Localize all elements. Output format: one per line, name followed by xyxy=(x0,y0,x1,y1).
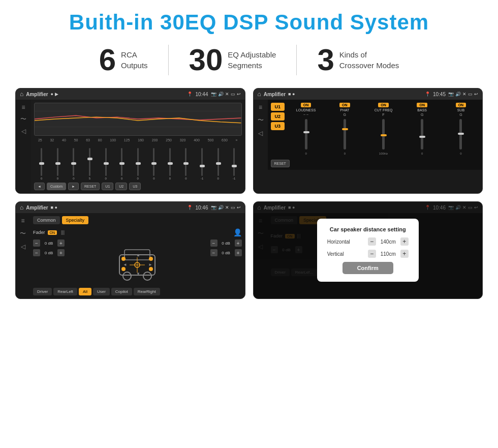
speaker-buttons: Driver RearLeft All User Copilot RearRig… xyxy=(33,288,242,295)
tab-specialty[interactable]: Specialty xyxy=(62,216,89,224)
btn-copilot[interactable]: Copilot xyxy=(111,288,132,295)
u1-btn-2[interactable]: U1 xyxy=(271,103,285,111)
vol-row-rr: − 0 dB + xyxy=(210,249,242,256)
stat-number-3: 3 xyxy=(317,45,334,75)
spk-icon-b: 〜 xyxy=(20,229,26,238)
dialog-title: Car speaker distance setting xyxy=(327,226,409,232)
main-title: Buith-in 30EQ DSP Sound System xyxy=(15,10,483,35)
dialog-row-horizontal: Horizontal − 140cm + xyxy=(327,237,409,246)
screen-distance: ⌂ Amplifier ■ ● 📍 10:46 📷 🔊 ✕ ▭ ↩ ≡ 〜 xyxy=(253,201,483,299)
svg-text:▲: ▲ xyxy=(136,253,140,257)
android-bar-1: ⌂ Amplifier ● ▶ 📍 10:44 📷 🔊 ✕ ▭ ↩ xyxy=(16,88,245,100)
dialog-minus-horizontal[interactable]: − xyxy=(368,237,376,246)
reset-btn-1[interactable]: RESET xyxy=(81,183,100,190)
dialog-minus-vertical[interactable]: − xyxy=(368,250,376,258)
dot-icons-3: ■ ● xyxy=(51,205,57,210)
custom-btn[interactable]: Custom xyxy=(47,183,66,190)
u1-btn-1[interactable]: U1 xyxy=(102,183,113,190)
dialog-value-horizontal: 140cm xyxy=(378,239,398,245)
eq-slider-9: 0 xyxy=(178,148,194,180)
vol-minus-rr[interactable]: − xyxy=(210,249,217,256)
dialog-label-vertical: Vertical xyxy=(327,251,344,257)
cross-loudness: ON LOUDNESS ~~ 0 xyxy=(288,103,324,155)
crossover-grid: ON LOUDNESS ~~ 0 xyxy=(288,103,479,155)
speaker-screen-content: ≡ 〜 ◁ Common Specialty Fader ON ||| xyxy=(16,213,245,298)
svg-point-5 xyxy=(123,272,131,280)
speaker-sidebar: ≡ 〜 ◁ xyxy=(16,213,30,298)
btn-user[interactable]: User xyxy=(93,288,110,295)
location-icon-3: 📍 xyxy=(187,205,193,210)
svg-text:◄: ◄ xyxy=(123,262,127,267)
eq-slider-7: 0 xyxy=(146,148,162,180)
tab-common[interactable]: Common xyxy=(33,216,60,224)
play-btn[interactable]: ► xyxy=(68,183,79,190)
time-1: 10:44 xyxy=(195,92,208,97)
btn-all[interactable]: All xyxy=(79,288,91,295)
eq-slider-8: 0 xyxy=(163,148,178,180)
speaker-main-content: Common Specialty Fader ON ||| 👤 xyxy=(30,213,245,298)
vol-val-rl: 0 dB xyxy=(42,251,56,255)
app-name-2: Amplifier xyxy=(264,92,286,97)
dot-icons-1: ● ▶ xyxy=(51,92,58,97)
btn-rearright[interactable]: RearRight xyxy=(134,288,160,295)
speaker-distance-dialog: Car speaker distance setting Horizontal … xyxy=(317,219,419,282)
eq-sidebar-icon-3: ◁ xyxy=(21,128,26,135)
vol-row-fr: − 0 dB + xyxy=(210,240,242,247)
dialog-plus-horizontal[interactable]: + xyxy=(400,237,409,246)
screens-grid: ⌂ Amplifier ● ▶ 📍 10:44 📷 🔊 ✕ ▭ ↩ ≡ 〜 xyxy=(15,88,483,299)
eq-slider-3: 5 xyxy=(82,148,98,180)
u2-btn-2[interactable]: U2 xyxy=(271,112,285,121)
u3-btn-1[interactable]: U3 xyxy=(129,183,141,190)
svg-point-10 xyxy=(149,267,153,271)
speaker-layout: − 0 dB + − 0 dB + xyxy=(33,240,242,285)
app-name-1: Amplifier xyxy=(26,92,48,97)
vol-plus-fr[interactable]: + xyxy=(235,240,242,247)
vol-minus-fl[interactable]: − xyxy=(33,240,40,247)
vol-plus-rl[interactable]: + xyxy=(57,249,65,256)
reset-btn-2[interactable]: RESET xyxy=(271,160,290,167)
home-icon-2: ⌂ xyxy=(258,91,261,98)
dialog-control-vertical: − 110cm + xyxy=(368,250,409,258)
home-icon-3: ⌂ xyxy=(20,204,23,211)
stats-row: 6 RCA Outputs 30 EQ Adjustable Segments … xyxy=(15,45,483,75)
btn-rearleft[interactable]: RearLeft xyxy=(53,288,77,295)
dialog-plus-vertical[interactable]: + xyxy=(400,250,409,258)
eq-slider-11: 0 xyxy=(210,148,226,180)
vol-minus-rl[interactable]: − xyxy=(33,249,40,256)
svg-point-7 xyxy=(121,257,126,261)
bar-icons-1: 📷 🔊 ✕ ▭ ↩ xyxy=(211,92,241,97)
amp-icon-2b: 〜 xyxy=(258,116,264,125)
u3-btn-2[interactable]: U3 xyxy=(271,122,285,130)
vol-minus-fr[interactable]: − xyxy=(210,240,217,247)
car-diagram-container: ▲ ▼ ◄ ► xyxy=(67,240,208,285)
vol-plus-rr[interactable]: + xyxy=(235,249,242,256)
btn-driver[interactable]: Driver xyxy=(33,288,52,295)
vol-val-rr: 0 dB xyxy=(219,251,233,255)
vol-plus-fl[interactable]: + xyxy=(57,240,65,247)
bar-icons-3: 📷 🔊 ✕ ▭ ↩ xyxy=(211,205,241,210)
dot-icons-2: ■ ● xyxy=(288,92,295,97)
stat-label-eq: EQ Adjustable Segments xyxy=(228,49,276,71)
eq-slider-12: -1 xyxy=(227,148,242,180)
svg-text:▼: ▼ xyxy=(136,272,140,276)
cross-bass: ON BASS G 0 xyxy=(404,103,441,155)
android-bar-2: ⌂ Amplifier ■ ● 📍 10:45 📷 🔊 ✕ ▭ ↩ xyxy=(254,88,483,100)
reset-btn-row-2: RESET xyxy=(271,158,480,167)
eq-slider-0: 0 xyxy=(34,148,49,180)
eq-sliders: 0 0 0 xyxy=(34,144,242,180)
svg-text:►: ► xyxy=(148,262,152,267)
app-name-3: Amplifier xyxy=(26,205,48,211)
vol-left: − 0 dB + − 0 dB + xyxy=(33,240,65,256)
car-svg: ▲ ▼ ◄ ► xyxy=(114,240,160,285)
location-icon-1: 📍 xyxy=(187,92,193,97)
prev-btn[interactable]: ◄ xyxy=(34,183,45,190)
confirm-button[interactable]: Confirm xyxy=(343,262,393,274)
u2-btn-1[interactable]: U2 xyxy=(115,183,127,190)
svg-point-9 xyxy=(121,267,126,271)
stat-rca: 6 RCA Outputs xyxy=(79,45,168,75)
dialog-value-vertical: 110cm xyxy=(378,251,398,257)
vol-val-fr: 0 dB xyxy=(219,241,233,246)
eq-graph xyxy=(34,103,242,136)
mode-tabs: Common Specialty xyxy=(33,216,242,224)
stat-label-rca: RCA Outputs xyxy=(121,49,148,71)
